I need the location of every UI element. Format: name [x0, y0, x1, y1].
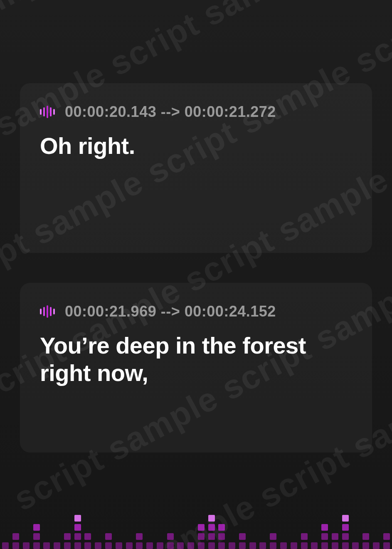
equalizer-dot [187, 542, 194, 549]
equalizer-dot [218, 533, 225, 540]
equalizer-column [197, 524, 205, 549]
equalizer-column [372, 542, 380, 549]
equalizer-dot [84, 542, 91, 549]
equalizer-column [249, 542, 256, 549]
equalizer-dot [342, 515, 349, 522]
equalizer-dot [270, 542, 276, 549]
equalizer-column [156, 542, 164, 549]
equalizer-dot [126, 542, 133, 549]
equalizer-column [115, 542, 123, 549]
equalizer-column [177, 542, 185, 549]
equalizer-dot [373, 542, 380, 549]
equalizer-dot [208, 515, 215, 522]
equalizer-column [94, 542, 102, 549]
cue-meta-row: 00:00:20.143 --> 00:00:21.272 [40, 103, 352, 121]
equalizer-dot [259, 542, 266, 549]
equalizer-dot [33, 533, 40, 540]
equalizer-dot [342, 533, 349, 540]
equalizer-dot [105, 533, 112, 540]
cue-text: You’re deep in the forest right now, [40, 332, 352, 387]
equalizer-dot [33, 524, 40, 531]
equalizer-dot [198, 524, 205, 531]
subtitle-card: 00:00:21.969 --> 00:00:24.152 You’re dee… [20, 283, 372, 453]
waveform-icon [40, 305, 55, 318]
equalizer-column [32, 524, 40, 549]
equalizer-dot [239, 533, 246, 540]
equalizer-dot [157, 542, 163, 549]
equalizer-dot [321, 524, 328, 531]
equalizer-dot [321, 542, 328, 549]
equalizer-dot [64, 542, 71, 549]
equalizer-dot [74, 524, 81, 531]
equalizer-dot [311, 542, 318, 549]
cue-end: 00:00:21.272 [185, 103, 276, 120]
equalizer-column [187, 542, 195, 549]
waveform-icon [40, 105, 55, 119]
equalizer-dot [64, 533, 71, 540]
equalizer-column [12, 533, 20, 549]
equalizer-column [239, 533, 247, 549]
equalizer-dot [74, 515, 81, 522]
equalizer-dot [12, 533, 19, 540]
equalizer-dot [43, 542, 50, 549]
equalizer-dot [105, 542, 112, 549]
equalizer-dot [280, 542, 287, 549]
equalizer-dot [2, 542, 9, 549]
cue-meta-row: 00:00:21.969 --> 00:00:24.152 [40, 303, 352, 320]
equalizer-dot [342, 524, 349, 531]
content-area: 00:00:20.143 --> 00:00:21.272 Oh right. … [0, 0, 392, 549]
equalizer-dot [291, 542, 297, 549]
equalizer-column [280, 542, 288, 549]
equalizer-column [290, 542, 298, 549]
equalizer-column [259, 542, 267, 549]
equalizer-dot [208, 533, 215, 540]
equalizer-dot [342, 542, 349, 549]
subtitle-card: 00:00:20.143 --> 00:00:21.272 Oh right. [20, 83, 372, 253]
equalizer-dot [167, 542, 174, 549]
equalizer-column [146, 542, 154, 549]
equalizer-dot [84, 533, 91, 540]
equalizer-dot [301, 533, 308, 540]
equalizer-column [84, 533, 92, 549]
equalizer-column [22, 542, 30, 549]
equalizer-dot [74, 542, 81, 549]
equalizer-dot [177, 542, 184, 549]
equalizer-column [228, 542, 236, 549]
equalizer-dot [229, 542, 235, 549]
equalizer-column [269, 533, 277, 549]
equalizer-dot [208, 542, 215, 549]
equalizer-column [74, 515, 81, 549]
equalizer-column [311, 542, 318, 549]
equalizer-column [105, 533, 113, 549]
equalizer-dot [198, 542, 205, 549]
equalizer-column [341, 515, 349, 549]
equalizer-dot [167, 533, 174, 540]
cue-arrow: --> [161, 103, 180, 120]
equalizer-column [218, 524, 226, 549]
equalizer-column [207, 515, 215, 549]
equalizer-column [300, 533, 308, 549]
equalizer-dot [332, 533, 338, 540]
equalizer-dot [136, 533, 143, 540]
equalizer-dot [136, 542, 143, 549]
equalizer-dot [301, 542, 308, 549]
equalizer-dot [33, 542, 40, 549]
cue-arrow: --> [161, 303, 180, 320]
equalizer-dot [362, 542, 369, 549]
cue-timestamp: 00:00:20.143 --> 00:00:21.272 [65, 103, 276, 121]
equalizer-column [136, 533, 143, 549]
equalizer-dot [218, 542, 225, 549]
equalizer-dot [95, 542, 101, 549]
equalizer-dot [146, 542, 153, 549]
equalizer-column [64, 533, 71, 549]
equalizer-dot [321, 533, 328, 540]
equalizer-dot [383, 542, 390, 549]
equalizer-dot [12, 542, 19, 549]
cue-text: Oh right. [40, 132, 352, 160]
equalizer-column [2, 542, 10, 549]
equalizer-dot [249, 542, 256, 549]
cue-start: 00:00:20.143 [65, 103, 156, 120]
equalizer-column [352, 542, 360, 549]
equalizer-column [321, 524, 329, 549]
equalizer-dot [116, 542, 122, 549]
